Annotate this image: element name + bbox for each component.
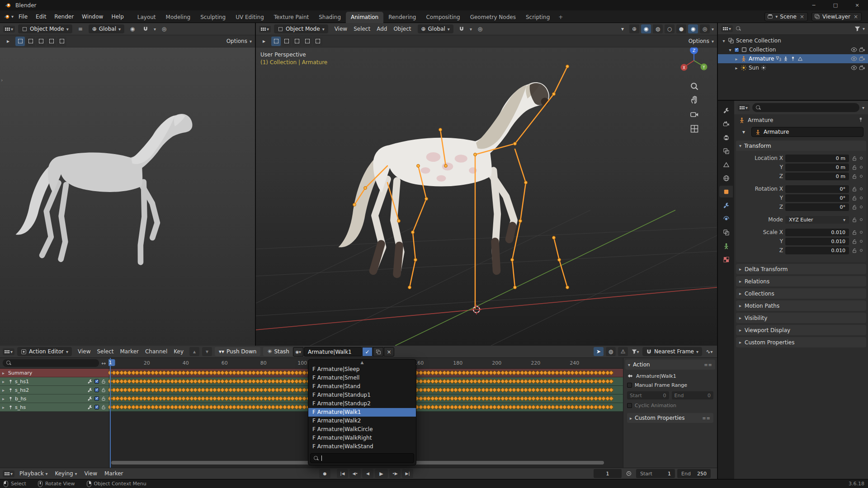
tool-cursor[interactable] — [57, 37, 66, 46]
properties-tab-modifiers[interactable] — [719, 199, 733, 211]
animate-dot[interactable] — [860, 175, 863, 178]
lock-icon[interactable] — [851, 164, 858, 170]
tool-select-lasso[interactable] — [302, 37, 312, 46]
animate-dot[interactable] — [860, 166, 863, 169]
animate-dot[interactable] — [860, 206, 863, 208]
fake-user-toggle[interactable]: ✓ — [362, 347, 373, 357]
unlink-action-button[interactable]: × — [384, 347, 394, 357]
menu-window[interactable]: Window — [78, 12, 107, 22]
outliner-row-collection[interactable]: ▾ Collection — [718, 45, 868, 54]
action-start-field[interactable]: Start0 — [627, 391, 669, 399]
action-option-f-armature-walkcircle[interactable]: F Armature|WalkCircle — [308, 425, 416, 434]
lock-icon[interactable] — [851, 248, 858, 253]
action-option-f-armature-stand[interactable]: F Armature|Stand — [308, 382, 416, 391]
push-down-button[interactable]: ▾▾Push Down — [215, 347, 260, 356]
keyframe[interactable] — [609, 379, 614, 384]
disable-in-render-icon[interactable] — [859, 56, 865, 62]
lock-icon[interactable] — [851, 204, 858, 210]
action-end-field[interactable]: End0 — [672, 391, 714, 399]
navigation-gizmo[interactable]: Z X Y — [679, 46, 708, 75]
snap-dropdown-icon[interactable]: ▾ — [470, 27, 472, 32]
unlink-scene-icon[interactable]: × — [799, 14, 805, 20]
workspace-tab-geometry-nodes[interactable]: Geometry Nodes — [465, 12, 521, 23]
properties-tab-view-layer[interactable] — [719, 145, 733, 157]
outliner-search-icon[interactable] — [736, 26, 741, 31]
transform-orientation-dropdown[interactable]: ⊕Global▾ — [89, 24, 124, 33]
keyframe[interactable] — [609, 404, 614, 409]
shading-dropdown-icon[interactable]: ▾ — [712, 27, 714, 32]
number-field-rotation-x[interactable]: 0° — [785, 185, 849, 193]
frame-start-field[interactable]: Start1 — [636, 469, 675, 478]
xray-toggle-icon[interactable]: ◍ — [653, 24, 663, 33]
snap-mode-dropdown[interactable]: Nearest Frame▾ — [642, 347, 702, 356]
view-layer-selector[interactable]: ViewLayer × — [811, 12, 862, 21]
manual-frame-range-checkbox[interactable] — [627, 383, 632, 388]
shading-rendered-icon[interactable]: ◎ — [700, 24, 710, 33]
properties-search-input[interactable] — [752, 103, 859, 112]
armature-bones-overlay[interactable] — [256, 23, 717, 346]
workspace-tab-uv-editing[interactable]: UV Editing — [231, 12, 269, 23]
workspace-tab-modeling[interactable]: Modeling — [161, 12, 196, 23]
dopesheet-menu-view[interactable]: View — [75, 347, 94, 356]
current-frame-line[interactable] — [110, 358, 111, 468]
tool-settings-icon[interactable]: ▸ — [3, 37, 13, 46]
cyclic-animation-checkbox[interactable] — [627, 403, 632, 408]
channel-s-hs2[interactable]: ▸s_hs2 — [0, 386, 108, 394]
lock-icon[interactable] — [101, 396, 106, 401]
dopesheet-mode-dropdown[interactable]: Action Editor▾ — [17, 347, 72, 356]
action-option-f-armature-sleep[interactable]: F Armature|Sleep — [308, 365, 416, 374]
properties-tab-constraints[interactable] — [719, 226, 733, 238]
maximize-button[interactable]: □ — [825, 0, 846, 10]
tool-cursor[interactable] — [313, 37, 322, 46]
pivot-point-icon[interactable]: ◉ — [127, 24, 137, 33]
blender-app-menu[interactable]: ▾ — [3, 12, 14, 21]
shading-material-icon[interactable]: ◉ — [688, 24, 698, 33]
viewport-menu-add[interactable]: Add — [373, 24, 390, 33]
editor-type-button[interactable]: ▾ — [3, 348, 14, 355]
properties-tab-texture[interactable] — [719, 253, 733, 265]
lock-icon[interactable] — [851, 155, 858, 161]
pin-icon[interactable] — [8, 405, 13, 410]
move-channel-down-button[interactable]: ▾ — [202, 347, 212, 356]
outliner-row-sun[interactable]: ▸ Sun — [718, 63, 868, 72]
lock-icon[interactable] — [101, 379, 106, 384]
menu-edit[interactable]: Edit — [32, 12, 50, 22]
keyframe[interactable] — [609, 387, 614, 392]
dopesheet-menu-channel[interactable]: Channel — [142, 347, 170, 356]
tool-options-dropdown[interactable]: Options▾ — [226, 38, 252, 44]
proportional-falloff-dropdown[interactable]: ∿▾ — [704, 347, 714, 356]
number-field-z[interactable]: 0° — [785, 203, 849, 211]
keyframe[interactable] — [609, 396, 614, 401]
action-option-f-armature-walk1[interactable]: F Armature|Walk1 — [308, 408, 416, 417]
number-field-location-x[interactable]: 0 m — [785, 155, 849, 162]
tool-tweak[interactable] — [271, 37, 281, 46]
panel-transform-header[interactable]: ▾Transform — [736, 141, 866, 151]
viewport-right-canvas[interactable]: Z X Y User Perspective (1) Collection | … — [256, 23, 717, 346]
snap-magnet-icon[interactable] — [141, 24, 151, 33]
tool-select-box[interactable] — [282, 37, 291, 46]
workspace-tab-animation[interactable]: Animation — [346, 12, 383, 23]
expand-icon[interactable]: ▸ — [734, 66, 739, 70]
viewport-menu-object[interactable]: Object — [390, 24, 414, 33]
workspace-tab-rendering[interactable]: Rendering — [383, 12, 421, 23]
move-channel-up-button[interactable]: ▴ — [189, 347, 199, 356]
number-field-z[interactable]: 0 m — [785, 173, 849, 180]
scroll-up-icon[interactable]: ▲ — [308, 360, 416, 365]
collection-checkbox[interactable] — [734, 47, 739, 52]
browse-action-dropdown[interactable]: ◉▾ — [293, 347, 303, 357]
panel-grip-icon[interactable]: ≡≡ — [702, 416, 711, 421]
animate-dot[interactable] — [860, 240, 863, 243]
action-option-f-armature-standup2[interactable]: F Armature|Standup2 — [308, 399, 416, 408]
animate-dot[interactable] — [860, 197, 863, 199]
close-button[interactable]: × — [846, 0, 868, 10]
animate-dot[interactable] — [860, 231, 863, 234]
outliner-row-scene-collection[interactable]: ▾ Scene Collection — [718, 36, 868, 45]
camera-view-icon[interactable] — [690, 110, 699, 119]
stash-button[interactable]: ✳Stash — [263, 347, 293, 356]
menu-help[interactable]: Help — [107, 12, 127, 22]
channel-expand-icon[interactable]: ↔ — [101, 360, 106, 366]
snap-dropdown-icon[interactable]: ▾ — [154, 27, 156, 32]
hide-in-viewport-icon[interactable] — [851, 56, 857, 62]
dopesheet-menu-marker[interactable]: Marker — [117, 347, 142, 356]
workspace-tab-compositing[interactable]: Compositing — [421, 12, 465, 23]
